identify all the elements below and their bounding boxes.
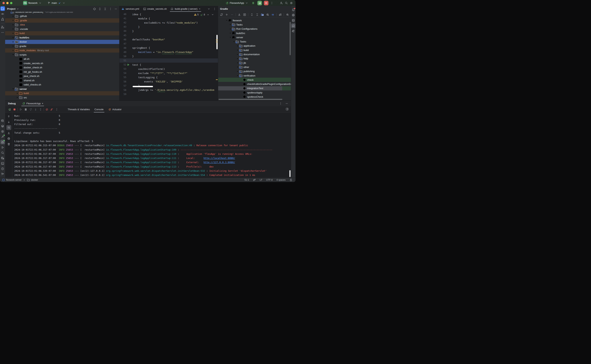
- settings-icon[interactable]: [290, 1, 293, 5]
- gradle-vertical-scrollbar[interactable]: [290, 22, 291, 55]
- chevron-right-icon[interactable]: [229, 23, 232, 26]
- refresh-button[interactable]: [219, 12, 224, 17]
- tree-row-verification[interactable]: verification: [218, 73, 291, 78]
- chevron-down-icon[interactable]: [12, 53, 15, 56]
- settings-button[interactable]: [285, 12, 290, 17]
- chevron-down-icon[interactable]: [233, 40, 235, 43]
- tree-row-.github[interactable]: .github: [5, 14, 119, 19]
- code-line-51[interactable]: 51: [120, 58, 218, 63]
- close-window-button[interactable]: [2, 2, 5, 4]
- indent-style[interactable]: 4 spaces: [276, 179, 286, 181]
- chevron-right-icon[interactable]: [12, 36, 15, 39]
- tree-row-Tasks[interactable]: Tasks: [218, 39, 291, 44]
- tree-row-Run-Configurations[interactable]: Run Configurations: [218, 27, 291, 31]
- tree-row-shared.sh[interactable]: shared.sh: [5, 78, 119, 83]
- code-line-44[interactable]: 44}: [120, 29, 218, 33]
- stripe-item-build-hammer[interactable]: [0, 134, 5, 139]
- tree-row-documentation[interactable]: documentation: [218, 52, 291, 56]
- chevron-right-icon[interactable]: [236, 53, 239, 56]
- more-options-icon[interactable]: [279, 102, 282, 105]
- more-actions-icon[interactable]: [270, 1, 273, 5]
- prev-problem-icon[interactable]: [206, 13, 210, 16]
- kebab-button[interactable]: [54, 107, 59, 112]
- tree-row-spotlessApply[interactable]: spotlessApply: [218, 91, 291, 95]
- code-line-47[interactable]: 47: [120, 42, 218, 46]
- code-line-54[interactable]: 54 exclude "**/*IT*", "**/*IntTest*": [120, 71, 218, 75]
- editor-tab-services.yml[interactable]: services.yml: [120, 6, 141, 12]
- chevron-right-icon[interactable]: [12, 23, 15, 26]
- console-output[interactable]: Run: 5Previously run: 0Filtered out: 0--…: [12, 112, 291, 178]
- tree-row-init_git_hooks.sh[interactable]: init_git_hooks.sh: [5, 70, 119, 74]
- tree-row-.gradle[interactable]: .gradle: [5, 18, 119, 23]
- tree-row-other[interactable]: other: [218, 65, 291, 69]
- close-icon[interactable]: ×: [199, 7, 200, 10]
- tree-row-node_modules[interactable]: node_moduleslibrary root: [5, 48, 119, 53]
- console-link[interactable]: http://127.0.0.1:8080/: [204, 161, 235, 164]
- warning-stripe-mark[interactable]: [216, 39, 218, 40]
- chevron-right-icon[interactable]: [12, 40, 15, 43]
- up-button[interactable]: [6, 114, 11, 119]
- stripe-item-database[interactable]: [291, 18, 296, 23]
- chevron-down-icon[interactable]: [225, 19, 228, 22]
- collapse-all-icon[interactable]: [104, 7, 107, 10]
- tree-row-all.sh[interactable]: all.sh: [5, 57, 119, 61]
- tree-row-check[interactable]: check: [218, 78, 291, 82]
- tree-row-src[interactable]: src: [5, 95, 119, 100]
- stripe-item-find[interactable]: [0, 150, 5, 155]
- stripe-item-git-branch[interactable]: [0, 172, 5, 176]
- zoom-window-button[interactable]: [10, 2, 12, 4]
- folder-grid-button[interactable]: [260, 12, 265, 17]
- editor-horizontal-scrollbar[interactable]: [133, 86, 153, 87]
- analyze-button[interactable]: [266, 12, 270, 17]
- highlighting-level-icon[interactable]: [253, 178, 256, 182]
- writable-status-icon[interactable]: [289, 178, 292, 182]
- hide-panel-icon[interactable]: [285, 102, 288, 105]
- print-button[interactable]: [6, 136, 11, 141]
- inspections-widget[interactable]: 5 8: [193, 13, 215, 17]
- expand-all-icon[interactable]: [98, 7, 101, 10]
- stop-button[interactable]: [12, 107, 17, 112]
- stripe-item-problems[interactable]: [0, 166, 5, 171]
- stripe-item-debug-bug[interactable]: [0, 140, 5, 144]
- chevron-down-icon[interactable]: [236, 74, 239, 77]
- tree-row-valid_checks.sh[interactable]: valid_checks.sh: [5, 83, 119, 87]
- chevron-down-icon[interactable]: [16, 7, 19, 10]
- tree-row-build[interactable]: build: [218, 48, 291, 52]
- rerun-debug-button[interactable]: [257, 1, 262, 5]
- tree-row-jib[interactable]: jib: [218, 61, 291, 65]
- chevron-right-icon[interactable]: [12, 32, 15, 35]
- code-line-58[interactable]: 58 jvmArgs += '-Djava.security.egd=file:…: [120, 88, 218, 92]
- tree-row-build[interactable]: build: [5, 91, 119, 96]
- chevron-right-icon[interactable]: [229, 28, 232, 30]
- dependencies-button[interactable]: [271, 12, 275, 17]
- code-line-55[interactable]: 55 testLogging {: [120, 75, 218, 79]
- chevron-right-icon[interactable]: [12, 49, 15, 52]
- run-config-widget[interactable]: FlexworkApp: [225, 0, 249, 6]
- plus-button[interactable]: [225, 12, 229, 17]
- layout-settings-icon[interactable]: [286, 108, 289, 110]
- code-line-53[interactable]: 53 useJUnitPlatform(): [120, 67, 218, 71]
- editor-tab-create_secrets.sh[interactable]: create_secrets.sh: [141, 6, 169, 12]
- chevron-right-icon[interactable]: [16, 92, 19, 95]
- tree-row-.vscode[interactable]: .vscode: [5, 27, 119, 31]
- tree-row-application[interactable]: application: [218, 44, 291, 48]
- warning-stripe-mark[interactable]: [216, 79, 218, 80]
- code-line-50[interactable]: 50}: [120, 54, 218, 58]
- stripe-item-layers[interactable]: [0, 124, 5, 128]
- tree-row-Tasks[interactable]: Tasks: [218, 22, 291, 27]
- tree-row-checkKotlinGradlePluginConfigurationEr[interactable]: checkKotlinGradlePluginConfigurationEr: [218, 82, 291, 86]
- stop-button[interactable]: [264, 1, 268, 5]
- kebab-icon[interactable]: [109, 7, 112, 10]
- scroll-end-button[interactable]: [6, 130, 11, 136]
- code-line-59[interactable]: 59: [120, 92, 218, 96]
- tree-row-docker[interactable]: docker: [5, 40, 119, 44]
- rerun-button[interactable]: [7, 107, 12, 112]
- tree-row-server[interactable]: server: [5, 87, 119, 91]
- softwrap-button[interactable]: [6, 125, 11, 130]
- trash-button[interactable]: [6, 142, 11, 147]
- tree-row-docker_check.sh[interactable]: docker_check.sh: [5, 65, 119, 70]
- gradle-horizontal-scrollbar[interactable]: [219, 99, 282, 100]
- stripe-item-gradle-tool[interactable]: [291, 23, 296, 28]
- chevron-right-icon[interactable]: [236, 49, 239, 52]
- stripe-item-run-play[interactable]: [0, 145, 5, 150]
